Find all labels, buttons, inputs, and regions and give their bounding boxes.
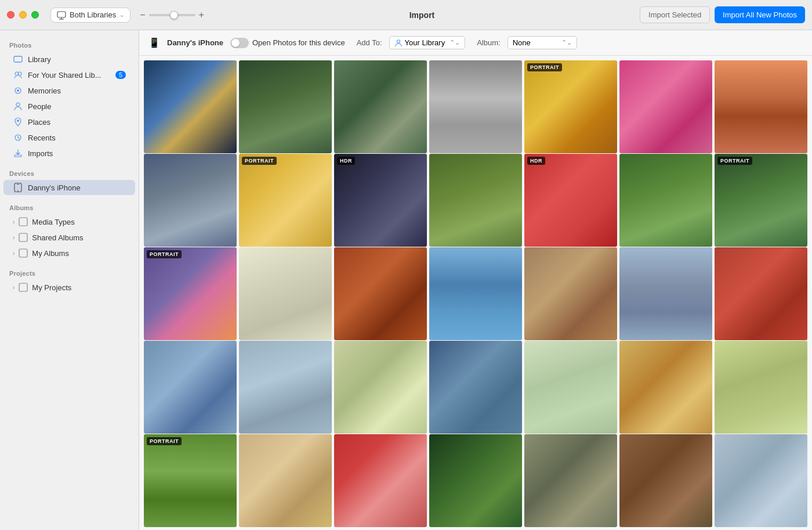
content-area: 📱 Danny's iPhone Open Photos for this de… (139, 30, 812, 530)
zoom-plus-button[interactable]: + (199, 10, 204, 20)
photo-cell[interactable] (429, 60, 522, 153)
import-selected-button[interactable]: Import Selected (640, 6, 710, 23)
chevron-updown-icon: ⌄ (119, 12, 124, 18)
shared-lib-icon (13, 70, 23, 80)
photo-cell[interactable] (334, 341, 427, 434)
library-selector-label: Both Libraries (70, 10, 116, 19)
sidebar-item-my-projects[interactable]: › My Projects (3, 280, 135, 295)
sidebar-item-device[interactable]: Danny's iPhone (3, 180, 135, 195)
sidebar-item-imports[interactable]: Imports (3, 146, 135, 161)
recents-icon (13, 132, 23, 143)
import-new-button[interactable]: Import All New Photos (715, 6, 805, 23)
photo-badge: PORTRAIT (527, 63, 562, 71)
my-projects-label: My Projects (32, 283, 71, 292)
maximize-button[interactable] (31, 11, 39, 19)
sidebar-item-places[interactable]: Places (3, 114, 135, 129)
photo-cell[interactable]: PORTRAIT (524, 60, 617, 153)
photo-cell[interactable] (334, 60, 427, 153)
photo-grid: PORTRAITPORTRAITHDRHDRPORTRAITPORTRAITPO… (139, 56, 812, 530)
device-label: Danny's iPhone (28, 183, 81, 192)
photo-cell[interactable] (619, 247, 712, 340)
photo-cell[interactable] (715, 60, 807, 153)
album-dropdown-value: None (513, 38, 531, 47)
photo-cell[interactable] (715, 247, 807, 340)
chevron-right-icon: › (13, 219, 14, 225)
photo-cell[interactable] (715, 341, 807, 434)
photo-cell[interactable]: HDR (524, 154, 617, 247)
photo-cell[interactable] (715, 434, 807, 527)
photo-cell[interactable] (619, 341, 712, 434)
sidebar-item-memories[interactable]: Memories (3, 83, 135, 98)
title-bar: Both Libraries ⌄ − + Import Import Selec… (0, 0, 812, 30)
my-albums-label: My Albums (32, 249, 69, 258)
svg-rect-13 (17, 184, 20, 185)
close-button[interactable] (7, 11, 14, 19)
open-photos-label: Open Photos for this device (252, 38, 345, 47)
zoom-slider[interactable] (149, 14, 195, 16)
sidebar-item-shared-lib[interactable]: For Your Shared Lib... 5 (3, 67, 135, 82)
photo-cell[interactable] (429, 154, 522, 247)
my-projects-icon (18, 282, 28, 293)
photo-cell[interactable]: PORTRAIT (239, 154, 332, 247)
photo-cell[interactable] (619, 434, 712, 527)
iphone-icon (13, 182, 23, 193)
add-to-label: Add To: (357, 38, 382, 47)
photo-cell[interactable] (524, 434, 617, 527)
album-dropdown[interactable]: None ⌃⌄ (507, 36, 577, 49)
photo-cell[interactable]: PORTRAIT (144, 434, 237, 527)
person-icon (394, 39, 403, 47)
media-types-icon (18, 217, 28, 227)
photo-cell[interactable] (429, 247, 522, 340)
sidebar-item-people[interactable]: People (3, 99, 135, 114)
open-photos-toggle: Open Photos for this device (230, 38, 345, 48)
shared-lib-badge: 5 (115, 71, 126, 79)
sidebar-item-shared-albums[interactable]: › Shared Albums (3, 230, 135, 245)
photo-cell[interactable] (334, 434, 427, 527)
photo-cell[interactable] (239, 60, 332, 153)
sidebar-item-library[interactable]: Library (3, 52, 135, 67)
photos-section-label: Photos (0, 37, 139, 51)
toggle-switch[interactable] (230, 38, 249, 48)
photo-cell[interactable] (429, 341, 522, 434)
photo-cell[interactable]: PORTRAIT (715, 154, 807, 247)
shared-albums-label: Shared Albums (32, 233, 83, 242)
devices-section-label: Devices (0, 165, 139, 179)
photo-badge: PORTRAIT (242, 157, 277, 165)
sidebar-item-recents[interactable]: Recents (3, 130, 135, 145)
photo-cell[interactable]: PORTRAIT (144, 247, 237, 340)
chevron-right-icon-2: › (13, 235, 14, 241)
zoom-control: − + (140, 10, 204, 20)
photo-cell[interactable] (524, 341, 617, 434)
photo-cell[interactable] (524, 247, 617, 340)
svg-point-8 (16, 103, 20, 106)
album-label: Album: (477, 38, 500, 47)
places-icon (13, 117, 23, 127)
photo-badge: HDR (337, 157, 355, 165)
photo-cell[interactable] (334, 247, 427, 340)
photo-cell[interactable] (144, 60, 237, 153)
photo-cell[interactable] (619, 154, 712, 247)
photo-cell[interactable] (144, 154, 237, 247)
photo-cell[interactable] (239, 434, 332, 527)
svg-rect-0 (57, 12, 66, 17)
photo-cell[interactable]: HDR (334, 154, 427, 247)
minimize-button[interactable] (19, 11, 27, 19)
people-icon (13, 101, 23, 111)
memories-label: Memories (28, 86, 61, 95)
main-layout: Photos Library For Your Shared Lib... 5 … (0, 30, 812, 530)
photo-cell[interactable] (239, 341, 332, 434)
library-dropdown[interactable]: Your Library ⌃⌄ (389, 36, 466, 49)
shared-albums-icon (18, 232, 28, 243)
sidebar-item-media-types[interactable]: › Media Types (3, 214, 135, 229)
photo-cell[interactable] (619, 60, 712, 153)
photo-cell[interactable] (144, 341, 237, 434)
library-selector[interactable]: Both Libraries ⌄ (50, 8, 130, 23)
zoom-minus-button[interactable]: − (140, 10, 145, 20)
library-dropdown-value: Your Library (405, 38, 445, 47)
projects-section-label: Projects (0, 265, 139, 279)
photo-cell[interactable] (429, 434, 522, 527)
device-bar: 📱 Danny's iPhone Open Photos for this de… (139, 30, 812, 56)
photo-cell[interactable] (239, 247, 332, 340)
sidebar-item-my-albums[interactable]: › My Albums (3, 246, 135, 261)
photo-badge: PORTRAIT (147, 437, 182, 445)
